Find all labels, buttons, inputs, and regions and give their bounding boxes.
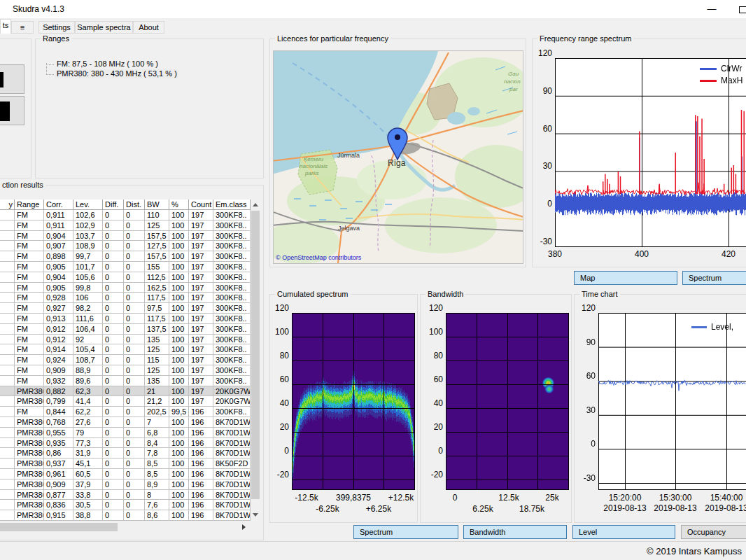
table-row[interactable]: PMR3800,90937,9008,91001968K70D1W [0, 479, 260, 490]
scroll-right-icon[interactable] [242, 524, 246, 530]
cell: 0,911 [44, 220, 73, 231]
cell: 197 [189, 262, 213, 272]
cell: FM [15, 355, 44, 365]
table-row[interactable]: PMR3800,79941,40021,210019720K0G7W [0, 396, 260, 407]
cell: 197 [189, 210, 213, 220]
tree-connector [46, 74, 54, 75]
cell [0, 251, 15, 262]
cell: 0 [103, 500, 124, 510]
table-row[interactable]: FM0,912106,400137,5100197300KF8.. [0, 324, 260, 335]
table-row[interactable]: FM0,914105,400125100197300KF8.. [0, 344, 260, 355]
start-button[interactable] [0, 64, 24, 94]
cell: 0,912 [44, 324, 73, 335]
cell: 0,905 [44, 262, 73, 272]
table-row[interactable]: FM0,92810600117,5100197300KF8.. [0, 293, 260, 303]
table-row[interactable]: PMR3800,96160,5008,51001968K70D1W [0, 469, 260, 479]
cell: 0 [124, 417, 145, 428]
map-view[interactable]: Ķemeru nacionālais parks Gau nacion par … [273, 50, 523, 264]
cell: 117,5 [145, 293, 169, 303]
column-header[interactable]: Corr. [44, 200, 73, 210]
table-row[interactable]: FM0,89899,700157,5100197300KF8.. [0, 251, 260, 262]
table-row[interactable]: FM0,924108,700115100197300KF8.. [0, 355, 260, 365]
tab-[interactable]: ≡ [11, 21, 34, 34]
table-row[interactable]: FM0,84462,200202,599,5196300KF8.. [0, 407, 260, 417]
cell: 8 [145, 490, 169, 500]
table-row[interactable]: FM0,92798,20097,5100197300KF8.. [0, 303, 260, 314]
table-row[interactable]: FM0,9129200135100197300KF8.. [0, 335, 260, 345]
column-header[interactable]: BW [145, 200, 169, 210]
maximize-button[interactable] [739, 6, 746, 13]
y-axis-tick: 0 [568, 439, 596, 449]
column-header[interactable]: y [0, 200, 15, 210]
table-row[interactable]: PMR3800,76827,60071001968K70D1W [0, 417, 260, 428]
cell: 0 [103, 355, 124, 365]
cell: 197 [189, 272, 213, 283]
map-label-kemeri-2: nacionālais [300, 163, 328, 169]
column-header[interactable]: Em.class [213, 200, 251, 210]
view-button-spectrum[interactable]: Spectrum [353, 525, 458, 539]
cell: 21 [145, 386, 169, 397]
column-header[interactable]: Lev. [73, 200, 103, 210]
table-row[interactable]: PMR3800,95579006,81001968K70D1W [0, 428, 260, 438]
view-button-bandwidth[interactable]: Bandwidth [463, 525, 567, 539]
tab-about[interactable]: About [133, 21, 164, 34]
cell: 0 [124, 262, 145, 272]
cell [0, 490, 15, 500]
x-axis-tick: +12.5k [388, 493, 414, 503]
cell [0, 438, 15, 449]
range-tree-item-0[interactable]: FM: 87,5 - 108 MHz ( 100 % ) [55, 59, 160, 69]
cell: 0,909 [44, 365, 73, 376]
minimize-button[interactable]: — [700, 0, 724, 18]
view-button-level[interactable]: Level [572, 525, 675, 539]
cell: 197 [189, 220, 213, 231]
cell: 0,909 [44, 479, 73, 490]
table-row[interactable]: FM0,911102,900125100197300KF8.. [0, 220, 260, 231]
tab-samplespectra[interactable]: Sample spectra [75, 21, 133, 34]
results-hscrollbar[interactable] [0, 522, 251, 532]
table-row[interactable]: FM0,911102,600110100197300KF8.. [0, 210, 260, 220]
app-window: Skudra v4.1.3 — ts≡SettingsSample spectr… [0, 0, 746, 560]
table-row[interactable]: PMR3800,8631,9007,81001968K70D1W [0, 448, 260, 458]
cell: 197 [189, 314, 213, 324]
results-vscroll-thumb[interactable] [251, 211, 260, 499]
table-row[interactable]: PMR3800,83630,5007,61001968K70D1W [0, 500, 260, 510]
table-row[interactable]: PMR3800,88262,3002110019720K0G7W [0, 386, 260, 397]
y-axis-tick: 90 [568, 337, 596, 347]
table-row[interactable]: FM0,90988,900125100197300KF8.. [0, 365, 260, 376]
table-row[interactable]: PMR3800,91538,8008,61001968K70D1W [0, 510, 260, 521]
cell [0, 335, 15, 345]
view-button-occupancy[interactable]: Occupancy [681, 525, 746, 539]
results-hscroll-thumb[interactable] [0, 523, 118, 531]
table-row[interactable]: FM0,905101,700155100197300KF8.. [0, 262, 260, 272]
table-row[interactable]: FM0,904103,700157,5100197300KF8.. [0, 231, 260, 241]
table-row[interactable]: PMR3800,93745,1008,51001968K50F2D [0, 458, 260, 469]
tab-ts[interactable]: ts [0, 19, 11, 34]
stop-button[interactable] [0, 96, 24, 125]
tab-settings[interactable]: Settings [38, 21, 75, 34]
table-row[interactable]: FM0,93289,600135100197300KF8.. [0, 376, 260, 386]
table-row[interactable]: PMR3800,93577,3008,41001968K70D1W [0, 438, 260, 449]
view-button-map[interactable]: Map [574, 271, 677, 285]
cell: 300KF8.. [213, 376, 251, 386]
view-button-spectrum[interactable]: Spectrum [682, 271, 746, 285]
scroll-up-icon[interactable] [253, 203, 258, 206]
cell: 100 [169, 469, 189, 479]
table-row[interactable]: FM0,90599,800162,5100197300KF8.. [0, 283, 260, 293]
scroll-down-icon[interactable] [253, 513, 258, 517]
column-header[interactable]: % [169, 200, 189, 210]
column-header[interactable]: Count [189, 200, 213, 210]
table-row[interactable]: FM0,904105,600112,5100197300KF8.. [0, 272, 260, 283]
column-header[interactable]: Dist. [124, 200, 145, 210]
table-row[interactable]: PMR3800,87733,80081001968K70D1W [0, 490, 260, 500]
table-row[interactable]: FM0,913111,600117,5100197300KF8.. [0, 314, 260, 324]
cell: FM [15, 293, 44, 303]
range-tree-item-1[interactable]: PMR380: 380 - 430 MHz ( 53,1 % ) [55, 69, 178, 78]
x-axis-tick: 2019-08-13 [603, 503, 646, 513]
results-vscrollbar[interactable] [251, 200, 260, 521]
cell: 300KF8.. [213, 220, 251, 231]
column-header[interactable]: Diff. [103, 200, 124, 210]
column-header[interactable]: Range [15, 200, 44, 210]
cell [0, 407, 15, 417]
table-row[interactable]: FM0,907108,900127,5100197300KF8.. [0, 241, 260, 251]
cell: 0,913 [44, 314, 73, 324]
